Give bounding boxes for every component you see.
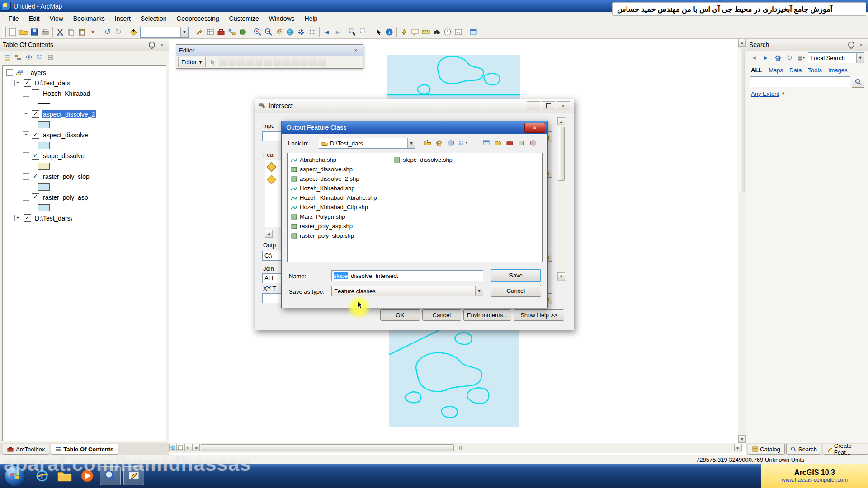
tree-label[interactable]: Hozeh_Khirabad (42, 89, 91, 98)
polygon-symbol-swatch[interactable] (38, 163, 50, 170)
up-one-level-icon[interactable] (422, 138, 432, 148)
panel-pin-icon[interactable] (148, 41, 156, 49)
line-symbol-swatch[interactable] (38, 103, 50, 104)
collapse-icon[interactable]: − (23, 131, 29, 138)
print-icon[interactable] (40, 27, 50, 37)
paste-icon[interactable] (77, 27, 87, 37)
tree-item-layer[interactable]: − ✓ raster_poly_asp (3, 192, 166, 202)
tree-item-layers[interactable]: − Layers (3, 67, 166, 78)
collapse-icon[interactable]: − (23, 173, 29, 180)
tree-item-layer[interactable]: − ✓ raster_poly_slop (3, 171, 166, 182)
look-in-combo[interactable]: D:\Test_dars ▼ (319, 138, 415, 149)
delete-icon[interactable]: × (88, 27, 98, 37)
chevron-down-icon[interactable]: ▼ (180, 27, 188, 37)
straight-segment-tool-icon[interactable] (228, 58, 236, 66)
editor-toolbar-titlebar[interactable]: Editor × (176, 45, 363, 56)
menu-geoprocessing[interactable]: Geoprocessing (171, 13, 224, 24)
find-route-clock-icon[interactable] (443, 27, 453, 37)
splitter-grip[interactable]: ∥∥ (457, 444, 464, 451)
list-by-drawing-order-icon[interactable] (2, 52, 12, 62)
name-input[interactable]: slope_dissolve_Intersect (331, 270, 483, 281)
panel-close-icon[interactable]: × (158, 41, 166, 49)
tree-item-layer[interactable]: − ✓ aspect_dissolve_2 (3, 109, 166, 119)
tree-label[interactable]: D:\Test_dars (33, 79, 72, 87)
environments-button[interactable]: Environments... (463, 309, 511, 321)
menu-file[interactable]: File (4, 13, 24, 24)
xy-tolerance-field[interactable] (262, 293, 283, 303)
select-features-icon[interactable] (348, 27, 358, 37)
sketch-properties-icon[interactable] (318, 58, 326, 66)
layer-checkbox[interactable]: ✓ (32, 193, 39, 201)
file-item[interactable]: raster_poly_asp.shp (288, 221, 414, 231)
hyperlink-lightning-icon[interactable] (399, 27, 409, 37)
file-list[interactable]: Abraheha.shp aspect_dissolve.shp aspect_… (287, 153, 543, 262)
new-folder-icon[interactable] (493, 138, 503, 148)
dialog-scrollbar[interactable]: ▲ ▼ (557, 117, 566, 281)
tree-item-layer[interactable]: − Hozeh_Khirabad (3, 88, 166, 99)
file-item[interactable]: Hozeh_Khirabad_Clip.shp (288, 202, 414, 212)
go-forward-extent-icon[interactable]: ► (333, 27, 343, 37)
copy-icon[interactable] (66, 27, 76, 37)
collapse-icon[interactable]: − (23, 194, 29, 201)
minimize-icon[interactable]: − (527, 101, 540, 110)
full-extent-globe-icon[interactable] (285, 27, 295, 37)
map-horizontal-scrollbar[interactable]: ⠿ ◄ ∥∥ ► (169, 443, 742, 453)
scroll-up-icon[interactable]: ▲ (557, 117, 565, 125)
tab-tools[interactable]: Tools (808, 67, 822, 74)
split-tool-icon[interactable] (291, 58, 299, 66)
layer-checkbox[interactable]: ✓ (32, 173, 39, 180)
scroll-thumb[interactable] (201, 444, 454, 451)
tree-item-layer[interactable]: − ✓ aspect_dissolve (3, 130, 166, 140)
features-list[interactable] (265, 160, 283, 227)
list-by-selection-icon[interactable] (35, 52, 45, 62)
edit-vertices-icon[interactable] (264, 58, 272, 66)
scroll-left-icon[interactable]: ◄ (192, 444, 200, 451)
cancel-button[interactable]: Cancel (422, 309, 461, 321)
pause-drawing-icon[interactable]: ⠿ (184, 444, 192, 451)
menu-edit[interactable]: Edit (24, 13, 45, 24)
layer-checkbox[interactable] (32, 89, 39, 97)
chevron-down-icon[interactable]: ▼ (407, 138, 415, 148)
maximize-icon[interactable] (542, 101, 555, 110)
menu-view[interactable]: View (45, 13, 68, 24)
collapse-icon[interactable]: − (14, 80, 21, 86)
tab-all[interactable]: ALL (751, 67, 762, 74)
file-item[interactable]: raster_poly_slop.shp (288, 231, 414, 240)
search-home-icon[interactable] (773, 53, 783, 63)
view-layout-icon[interactable] (177, 444, 184, 451)
undo-icon[interactable]: ↺ (103, 27, 113, 37)
chevron-down-icon[interactable]: ▼ (475, 286, 483, 296)
list-by-visibility-icon[interactable] (24, 52, 34, 62)
zoom-in-icon[interactable] (253, 27, 263, 37)
select-elements-arrow-icon[interactable] (373, 27, 383, 37)
editor-toolbar-icon[interactable] (194, 27, 204, 37)
new-document-icon[interactable] (8, 27, 18, 37)
close-icon[interactable]: × (524, 123, 545, 133)
search-go-button[interactable] (852, 76, 864, 88)
view-data-icon[interactable] (169, 444, 177, 451)
pan-hand-icon[interactable] (274, 27, 284, 37)
cut-icon[interactable] (55, 27, 65, 37)
fixed-zoom-in-icon[interactable] (296, 27, 306, 37)
scroll-left-icon[interactable]: ◄ (265, 230, 273, 238)
output-path-field[interactable]: C:\ (262, 251, 283, 261)
collapse-icon[interactable]: − (6, 69, 13, 76)
tab-search[interactable]: Search (786, 444, 821, 455)
fixed-zoom-out-icon[interactable] (307, 27, 317, 37)
add-data-icon[interactable] (128, 27, 138, 37)
menu-help[interactable]: Help (300, 13, 323, 24)
search-scope-combo[interactable]: Local Search ▼ (808, 52, 864, 63)
tree-item-group2[interactable]: + ✓ D:\Test_dars\ (3, 213, 166, 223)
save-icon[interactable] (29, 27, 39, 37)
go-back-extent-icon[interactable]: ◄ (322, 27, 332, 37)
default-geodatabase-icon[interactable] (446, 138, 456, 148)
table-icon[interactable] (205, 27, 215, 37)
viewer-window-icon[interactable] (468, 27, 478, 37)
tree-item-layer[interactable]: − ✓ slope_dissolve (3, 150, 166, 161)
identify-info-icon[interactable]: i (384, 27, 394, 37)
layer-checkbox[interactable]: ✓ (24, 214, 31, 222)
clear-selection-icon[interactable] (359, 27, 368, 37)
file-item[interactable]: Hozeh_Khirabad_Abrahe.shp (288, 193, 414, 202)
edit-annotation-tool-icon[interactable] (219, 58, 227, 66)
rotate-tool-icon[interactable] (300, 58, 308, 66)
